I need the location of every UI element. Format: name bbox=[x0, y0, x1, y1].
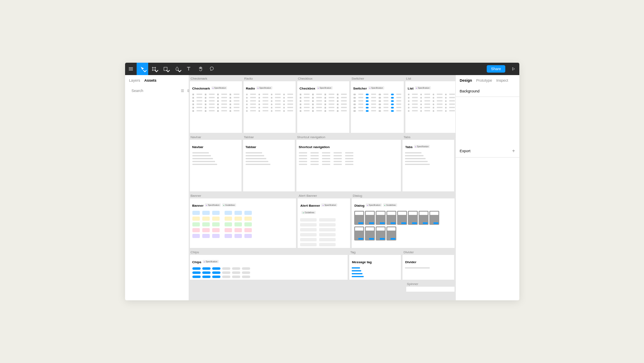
frame-chips[interactable]: ChipsChipsSpecification bbox=[190, 250, 348, 280]
frame-tag-specification: Specification bbox=[321, 203, 337, 207]
frame-title: Alert Banner bbox=[300, 204, 320, 207]
left-panel-tabs: Layers Assets bbox=[125, 75, 189, 86]
frame-title: Tabs bbox=[405, 145, 412, 149]
pen-tool[interactable] bbox=[171, 63, 183, 75]
frame-tag-specification: Specification bbox=[203, 260, 219, 263]
comment-tool[interactable] bbox=[206, 63, 218, 75]
tab-inspect[interactable]: Inspect bbox=[496, 78, 508, 82]
frame-label: Switcher bbox=[351, 76, 404, 81]
right-panel: Design Prototype Inspect Background Expo… bbox=[455, 75, 519, 300]
frame-title: Message tag bbox=[352, 260, 372, 264]
figma-window: Share Layers Assets bbox=[125, 63, 519, 300]
frame-title: Radio bbox=[246, 87, 255, 90]
frame-checkmark[interactable]: CheckmarkCheckmarkSpecification bbox=[190, 76, 242, 133]
text-tool[interactable] bbox=[183, 63, 194, 75]
frame-title: Chips bbox=[192, 260, 201, 264]
frame-label: Alert Banner bbox=[298, 193, 350, 198]
app-body: Layers Assets CheckmarkCheckmarkSpecific… bbox=[125, 75, 519, 300]
frame-title: Tabbar bbox=[246, 145, 256, 149]
frame-tag-specification: Specification bbox=[317, 86, 333, 90]
frame-title: Checkmark bbox=[192, 87, 210, 90]
frame-label: List bbox=[405, 76, 455, 81]
frame-tag-guidelines: Guidelines bbox=[301, 211, 315, 214]
frame-alert-banner[interactable]: Alert BannerAlert BannerSpecificationGui… bbox=[298, 193, 350, 248]
frame-tool[interactable] bbox=[148, 63, 160, 75]
left-panel: Layers Assets bbox=[125, 75, 189, 300]
frame-radio[interactable]: RadioRadioSpecification bbox=[244, 76, 296, 133]
frame-dialog[interactable]: DialogDialogSpecificationGuidelines bbox=[352, 193, 454, 248]
frame-title: Checkbox bbox=[300, 87, 315, 90]
frame-shortcut-navigation[interactable]: Shortcut navigationShortcut navigation bbox=[296, 134, 401, 191]
frame-title: List bbox=[408, 87, 414, 90]
frame-label: Tabs bbox=[402, 134, 454, 140]
tab-layers[interactable]: Layers bbox=[129, 78, 140, 82]
canvas[interactable]: CheckmarkCheckmarkSpecificationRadioRadi… bbox=[189, 75, 455, 300]
export-label: Export bbox=[460, 149, 471, 153]
frame-label: Radio bbox=[244, 76, 296, 81]
export-section: Export + bbox=[456, 145, 519, 158]
frame-tag-specification: Specification bbox=[366, 203, 382, 207]
search-row bbox=[125, 86, 189, 96]
tab-assets[interactable]: Assets bbox=[144, 78, 157, 82]
frame-divider[interactable]: DividerDivider bbox=[402, 250, 454, 280]
present-button[interactable] bbox=[508, 63, 519, 75]
frame-label: Chips bbox=[190, 250, 348, 255]
frame-label: Checkbox bbox=[297, 76, 349, 81]
frame-label: Banner bbox=[190, 193, 296, 198]
frame-navbar[interactable]: NavbarNavbar bbox=[190, 134, 242, 191]
frame-label: Shortcut navigation bbox=[296, 134, 401, 140]
frame-title: Switcher bbox=[353, 87, 367, 90]
share-button[interactable]: Share bbox=[487, 65, 505, 73]
frame-title: Navbar bbox=[192, 145, 204, 149]
tab-prototype[interactable]: Prototype bbox=[476, 78, 492, 82]
menu-button[interactable] bbox=[125, 63, 137, 75]
add-export-button[interactable]: + bbox=[512, 148, 515, 154]
search-input[interactable] bbox=[132, 89, 178, 93]
hand-tool[interactable] bbox=[194, 63, 206, 75]
frame-title: Banner bbox=[192, 204, 204, 207]
frame-tag-guidelines: Guidelines bbox=[222, 203, 236, 207]
frame-title: Shortcut navigation bbox=[299, 145, 330, 149]
frame-label: Tabbar bbox=[243, 134, 295, 140]
frame-tag-specification: Specification bbox=[211, 86, 227, 90]
frame-tabs[interactable]: TabsTabsSpecification bbox=[402, 134, 454, 191]
frame-checkbox[interactable]: CheckboxCheckboxSpecification bbox=[297, 76, 349, 133]
frame-tag-specification: Specification bbox=[368, 86, 384, 90]
frame-spinner[interactable]: Spinner bbox=[406, 281, 455, 292]
frame-tag-specification: Specification bbox=[414, 145, 430, 148]
toolbar: Share bbox=[125, 63, 519, 75]
shape-tool[interactable] bbox=[160, 63, 171, 75]
frame-label: Spinner bbox=[406, 281, 455, 287]
frame-tag-specification: Specification bbox=[415, 86, 431, 90]
move-tool[interactable] bbox=[137, 63, 148, 75]
frame-banner[interactable]: BannerBannerSpecificationGuidelines bbox=[190, 193, 296, 248]
background-section: Background bbox=[456, 86, 519, 97]
frame-title: Divider bbox=[405, 260, 416, 264]
frame-tag-specification: Specification bbox=[205, 203, 221, 207]
frame-label: Checkmark bbox=[190, 76, 242, 81]
frame-tag-specification: Specification bbox=[256, 86, 272, 90]
frame-label: Navbar bbox=[190, 134, 242, 140]
frame-tag-guidelines: Guidelines bbox=[383, 203, 397, 207]
list-view-button[interactable] bbox=[180, 87, 185, 94]
frame-tabbar[interactable]: TabbarTabbar bbox=[243, 134, 295, 191]
frame-list[interactable]: ListListSpecification bbox=[405, 76, 455, 133]
frame-title: Dialog bbox=[354, 204, 364, 207]
tab-design[interactable]: Design bbox=[460, 78, 472, 82]
right-panel-tabs: Design Prototype Inspect bbox=[456, 75, 519, 86]
frame-label: Dialog bbox=[352, 193, 454, 198]
frame-switcher[interactable]: SwitcherSwitcherSpecification bbox=[351, 76, 404, 133]
frame-label: Divider bbox=[402, 250, 454, 255]
frame-tag[interactable]: TagMessage tag bbox=[349, 250, 401, 280]
frame-label: Tag bbox=[349, 250, 401, 255]
